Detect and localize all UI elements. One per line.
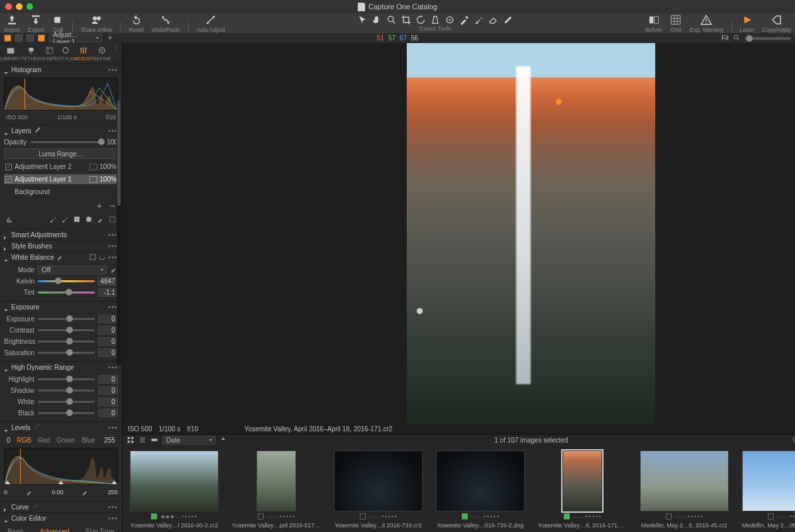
sort-direction-icon[interactable] bbox=[219, 436, 227, 445]
star-rating[interactable]: · · · · · bbox=[573, 513, 582, 520]
levels-channel-tabs[interactable]: 0 RGB Red Green Blue 255 bbox=[4, 435, 118, 445]
view-mode-grid-icon[interactable] bbox=[4, 34, 11, 42]
sample-point-icon[interactable] bbox=[417, 308, 423, 314]
proof-toggle-icon[interactable] bbox=[38, 34, 45, 42]
invert-mask-icon[interactable] bbox=[109, 215, 117, 223]
tab-tether[interactable]: TETHER bbox=[21, 43, 41, 64]
thumbnail-cell[interactable]: · · · · ·Yosemite Valley…016-739-2.dng bbox=[434, 451, 527, 531]
grid-button[interactable]: Grid bbox=[670, 14, 682, 33]
star-rating[interactable]: · · · · · bbox=[471, 513, 480, 520]
thumbnail-cell[interactable]: · · · · ·Yosemite Valley…il 2016-739.cr2 bbox=[332, 451, 425, 531]
star-rating[interactable]: · · · · · bbox=[267, 513, 276, 520]
view-mode-multi-icon[interactable] bbox=[26, 34, 34, 42]
eraser-tool-icon[interactable] bbox=[488, 15, 499, 25]
minimize-dot[interactable] bbox=[16, 3, 23, 10]
reset-icon[interactable] bbox=[99, 254, 105, 260]
undo-redo-button[interactable]: Undo/Redo bbox=[152, 14, 180, 33]
kelvin-value[interactable]: 4847 bbox=[98, 277, 118, 286]
copy-apply-button[interactable]: Copy/Apply bbox=[763, 14, 791, 33]
browser-list-view-icon[interactable] bbox=[138, 436, 146, 445]
spot-tool-icon[interactable] bbox=[445, 15, 455, 25]
panel-menu-icon[interactable]: ••• bbox=[108, 66, 118, 74]
color-tag[interactable] bbox=[666, 513, 672, 519]
highlight-slider[interactable] bbox=[38, 378, 95, 380]
levels-histogram[interactable] bbox=[4, 448, 118, 485]
copy-icon[interactable] bbox=[89, 254, 96, 260]
share-online-button[interactable]: Share online bbox=[81, 14, 113, 33]
crop-tool-icon[interactable] bbox=[401, 15, 411, 25]
thumbnail-cell[interactable]: · · · · ·Medellin, May 2…05, 2016-77.cr2 bbox=[740, 451, 795, 531]
keystone-tool-icon[interactable] bbox=[430, 15, 441, 25]
auto-levels-icon[interactable] bbox=[30, 423, 41, 432]
star-rating[interactable]: · · · · · bbox=[675, 513, 684, 520]
opacity-slider[interactable] bbox=[30, 141, 103, 143]
tint-slider[interactable] bbox=[38, 292, 95, 293]
star-rating[interactable]: · · · · · bbox=[777, 513, 786, 520]
black-picker-icon[interactable] bbox=[26, 488, 34, 497]
auto-adjust-button[interactable]: Auto Adjust bbox=[197, 14, 225, 33]
pencil-icon[interactable] bbox=[31, 126, 42, 135]
add-variant-icon[interactable] bbox=[106, 34, 114, 43]
shadow-value[interactable]: 0 bbox=[98, 386, 118, 395]
thumbnail-cell[interactable]: · · · · ·Medellin, May 2…5, 2016-45.cr2 bbox=[638, 451, 731, 531]
learn-button[interactable]: Learn bbox=[740, 14, 755, 33]
levels-out-high[interactable]: 255 bbox=[108, 489, 118, 496]
white-value[interactable]: 0 bbox=[98, 398, 118, 406]
curve-header[interactable]: Curve••• bbox=[0, 502, 122, 512]
layer-row[interactable]: ✓Adjustment Layer 2100% bbox=[4, 162, 118, 172]
color-dots[interactable] bbox=[382, 515, 397, 517]
color-tag[interactable] bbox=[151, 513, 157, 519]
saturation-value[interactable]: 0 bbox=[98, 348, 118, 357]
color-dots[interactable] bbox=[688, 515, 703, 517]
layer-row[interactable]: Background bbox=[4, 187, 118, 197]
hand-tool-icon[interactable] bbox=[372, 15, 382, 25]
smart-adjustments-header[interactable]: Smart Adjustments••• bbox=[0, 229, 122, 240]
thumbnail-cell[interactable]: · · · · ·Yosemite Valley…8, 2016-171.cr2 bbox=[536, 451, 629, 531]
import-button[interactable]: Import bbox=[4, 14, 20, 33]
thumbnail-cell[interactable]: ★★★ · ·Yosemite Valley…l 2016-90-2.cr2 bbox=[128, 451, 221, 531]
tab-refine[interactable]: REFINE bbox=[93, 43, 111, 64]
kelvin-slider[interactable] bbox=[38, 280, 95, 282]
add-layer-icon[interactable] bbox=[95, 202, 103, 210]
levels-out-low[interactable]: 0 bbox=[4, 489, 7, 496]
thumbnail-image[interactable] bbox=[130, 451, 219, 511]
zoom-tool-icon[interactable] bbox=[386, 15, 397, 25]
wb-mode-dropdown[interactable]: Off bbox=[38, 266, 107, 274]
pointer-tool-icon[interactable] bbox=[357, 15, 368, 25]
annotate-tool-icon[interactable] bbox=[503, 15, 513, 25]
zoom-search-icon[interactable] bbox=[733, 34, 741, 43]
thumbnail-image[interactable] bbox=[742, 451, 795, 511]
layer-row[interactable]: ✓Adjustment Layer 1100% bbox=[4, 174, 118, 184]
active-layer-dropdown[interactable]: Adjust…Layer 1 bbox=[49, 34, 102, 42]
brush-erase-icon[interactable] bbox=[61, 215, 69, 223]
thumbnail-image[interactable] bbox=[436, 451, 525, 511]
shadow-slider[interactable] bbox=[38, 390, 95, 392]
brush-tool-icon[interactable] bbox=[474, 15, 484, 25]
rotate-tool-icon[interactable] bbox=[415, 15, 426, 25]
tab-more-icon[interactable]: ⋮ bbox=[111, 43, 122, 64]
star-rating[interactable]: · · · · · bbox=[369, 513, 378, 520]
color-tag[interactable] bbox=[462, 513, 468, 519]
tab-library[interactable]: LIBRARY bbox=[0, 43, 21, 64]
tab-adjust[interactable]: ADJUST bbox=[74, 43, 93, 64]
close-dot[interactable] bbox=[5, 3, 12, 10]
color-tag[interactable] bbox=[768, 513, 774, 519]
window-controls[interactable] bbox=[0, 3, 33, 10]
eyedrop-icon[interactable] bbox=[54, 252, 64, 262]
exposure-value[interactable]: 0 bbox=[98, 315, 118, 323]
thumbnail-image[interactable] bbox=[640, 451, 729, 511]
saturation-slider[interactable] bbox=[38, 352, 95, 354]
browser-grid-view-icon[interactable] bbox=[127, 436, 134, 445]
color-dots[interactable] bbox=[280, 515, 295, 517]
levels-icon[interactable] bbox=[5, 215, 13, 225]
brightness-value[interactable]: 0 bbox=[98, 337, 118, 346]
thumbnail-image[interactable] bbox=[256, 451, 296, 511]
color-tag[interactable] bbox=[564, 513, 570, 519]
view-mode-single-icon[interactable] bbox=[15, 34, 23, 42]
tab-shape[interactable]: SHAPE bbox=[41, 43, 58, 64]
export-button[interactable]: Export bbox=[28, 14, 44, 33]
layer-visible-checkbox[interactable]: ✓ bbox=[5, 164, 12, 170]
contrast-value[interactable]: 0 bbox=[98, 326, 118, 335]
color-dots[interactable] bbox=[586, 515, 601, 517]
black-value[interactable]: 0 bbox=[98, 409, 118, 417]
